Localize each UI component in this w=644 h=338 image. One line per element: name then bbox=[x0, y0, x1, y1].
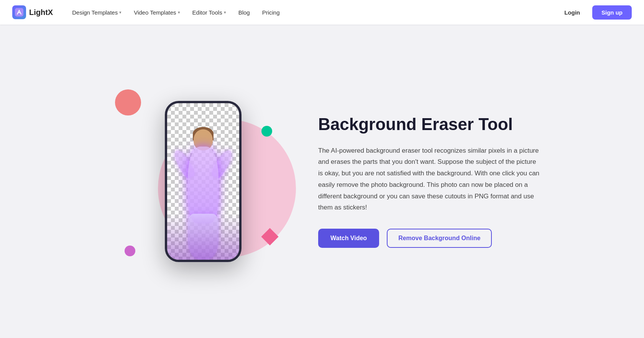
navbar: LightX Design Templates ▾ Video Template… bbox=[0, 0, 644, 25]
coral-circle-decoration bbox=[115, 89, 141, 115]
nav-item-editor-tools[interactable]: Editor Tools ▾ bbox=[187, 6, 232, 19]
phone-screen bbox=[167, 103, 239, 260]
remove-background-button[interactable]: Remove Background Online bbox=[387, 229, 492, 248]
logo-icon bbox=[12, 5, 26, 19]
hero-buttons: Watch Video Remove Background Online bbox=[318, 229, 540, 248]
nav-item-design-templates[interactable]: Design Templates ▾ bbox=[67, 6, 127, 19]
logo-text: LightX bbox=[29, 8, 53, 17]
phone-glow-effect bbox=[167, 214, 239, 260]
hero-title: Background Eraser Tool bbox=[318, 115, 540, 134]
nav-item-video-templates[interactable]: Video Templates ▾ bbox=[128, 6, 185, 19]
hero-description: The AI-powered background eraser tool re… bbox=[318, 145, 540, 214]
nav-links: Design Templates ▾ Video Templates ▾ Edi… bbox=[67, 6, 558, 19]
nav-right: Login Sign up bbox=[558, 5, 632, 20]
figure-body bbox=[188, 147, 219, 223]
nav-item-pricing[interactable]: Pricing bbox=[257, 6, 285, 19]
chevron-down-icon: ▾ bbox=[119, 10, 122, 15]
hero-visual bbox=[104, 70, 295, 293]
hero-section: Background Eraser Tool The AI-powered ba… bbox=[0, 25, 644, 338]
green-circle-decoration bbox=[261, 126, 272, 137]
signup-button[interactable]: Sign up bbox=[592, 5, 632, 20]
hero-content: Background Eraser Tool The AI-powered ba… bbox=[318, 115, 540, 248]
phone-mockup bbox=[165, 101, 242, 262]
logo[interactable]: LightX bbox=[12, 5, 53, 19]
watch-video-button[interactable]: Watch Video bbox=[318, 229, 379, 248]
purple-circle-decoration bbox=[125, 246, 135, 256]
chevron-down-icon: ▾ bbox=[224, 10, 226, 15]
nav-item-blog[interactable]: Blog bbox=[233, 6, 255, 19]
login-button[interactable]: Login bbox=[558, 6, 586, 19]
chevron-down-icon: ▾ bbox=[178, 10, 180, 15]
